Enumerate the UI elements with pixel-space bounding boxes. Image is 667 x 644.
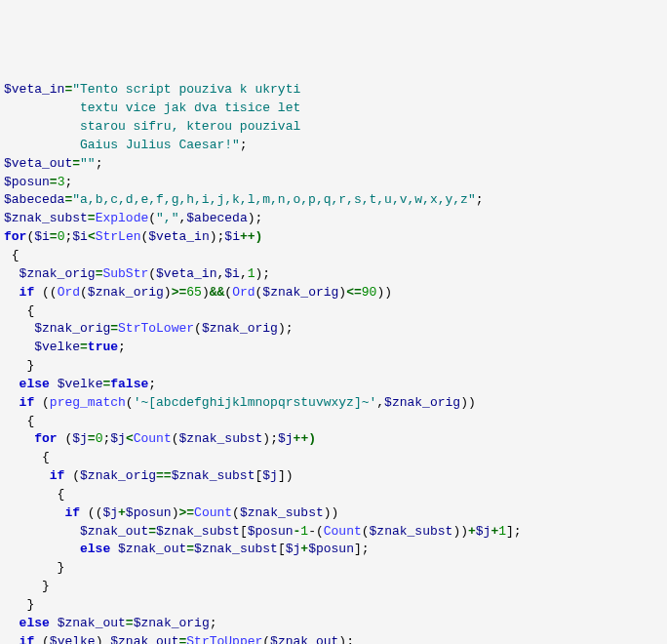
code-line: $znak_orig=SubStr($veta_in,$i,1); xyxy=(4,265,663,284)
code-line: } xyxy=(4,357,663,376)
code-line: { xyxy=(4,302,663,321)
code-line: $znak_orig=StrToLower($znak_orig); xyxy=(4,320,663,339)
code-line: starou sifru, kterou pouzival xyxy=(4,118,663,137)
code-line: { xyxy=(4,247,663,265)
code-line: } xyxy=(4,559,663,578)
code-line: } xyxy=(4,596,663,615)
code-line: { xyxy=(4,449,663,467)
code-line: else $znak_out=$znak_subst[$j+$posun]; xyxy=(4,541,663,559)
code-line: $posun=3; xyxy=(4,174,663,192)
code-line: else $velke=false; xyxy=(4,376,663,394)
code-line: $abeceda="a,b,c,d,e,f,g,h,i,j,k,l,m,n,o,… xyxy=(4,191,663,210)
code-line: { xyxy=(4,486,663,504)
code-line: } xyxy=(4,578,663,596)
code-line: $veta_in="Tento script pouziva k ukryti xyxy=(4,81,663,100)
code-line: $velke=true; xyxy=(4,339,663,357)
code-line: for($i=0;$i<StrLen($veta_in);$i++) xyxy=(4,228,663,247)
code-line: if ((Ord($znak_orig)>=65)&&(Ord($znak_or… xyxy=(4,284,663,302)
code-line: if ($znak_orig==$znak_subst[$j]) xyxy=(4,467,663,486)
code-line: else $znak_out=$znak_orig; xyxy=(4,615,663,633)
code-line: for ($j=0;$j<Count($znak_subst);$j++) xyxy=(4,430,663,449)
code-line: $veta_out=""; xyxy=(4,155,663,174)
code-line: if (preg_match('~[abcdefghijklmnopqrstuv… xyxy=(4,394,663,413)
code-line: { xyxy=(4,413,663,431)
code-line: if (($j+$posun)>=Count($znak_subst)) xyxy=(4,504,663,523)
code-line: textu vice jak dva tisice let xyxy=(4,100,663,118)
code-line: $znak_out=$znak_subst[$posun-1-(Count($z… xyxy=(4,523,663,542)
code-block: $veta_in="Tento script pouziva k ukryti … xyxy=(4,81,663,644)
code-line: if ($velke) $znak_out=StrToUpper($znak_o… xyxy=(4,633,663,644)
code-line: $znak_subst=Explode(",",$abeceda); xyxy=(4,210,663,228)
code-line: Gaius Julius Caesar!"; xyxy=(4,137,663,155)
